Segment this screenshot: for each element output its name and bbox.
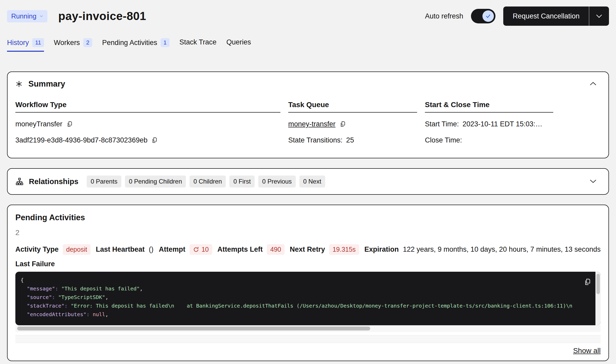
code-line: "encodedAttributes": null, <box>21 310 590 319</box>
request-cancellation-split-button: Request Cancellation <box>503 6 609 26</box>
relationships-expand-button[interactable] <box>586 177 601 186</box>
last-failure-code-block: { "message": "This deposit has failed", … <box>15 272 601 325</box>
check-icon <box>485 13 491 19</box>
chevron-down-icon <box>589 179 597 184</box>
summary-grid: Workflow Type moneyTransfer 3adf2199-e3d… <box>15 101 601 145</box>
topbar-left: Running pay-invoice-801 <box>7 10 146 23</box>
horizontal-scrollbar[interactable] <box>15 325 601 332</box>
pending-activities-title: Pending Activities <box>15 213 601 222</box>
copy-icon <box>151 137 158 144</box>
last-failure-label: Last Failure <box>15 260 601 268</box>
activity-field-expiration: Expiration122 years, 9 months, 10 days, … <box>364 245 600 254</box>
retry-icon <box>193 246 199 253</box>
field-value-badge: 10 <box>190 244 212 255</box>
state-transitions-value: 25 <box>346 136 354 144</box>
field-label: Expiration <box>364 245 399 254</box>
tab-label: Queries <box>227 38 251 46</box>
activity-field-attempt: Attempt10 <box>159 244 212 255</box>
auto-refresh-toggle[interactable] <box>471 9 495 23</box>
tab-history[interactable]: History11 <box>7 38 44 52</box>
field-label: Attempts Left <box>217 245 263 254</box>
relationships-card: Relationships 0 Parents0 Pending Childre… <box>7 168 609 195</box>
tab-label: Stack Trace <box>179 38 217 46</box>
start-close-time-column: Start & Close Time Start Time: 2023-10-1… <box>425 101 553 145</box>
tab-stack-trace[interactable]: Stack Trace <box>179 38 217 51</box>
activity-detail-row: Activity TypedepositLast Heartbeat()Atte… <box>15 244 601 255</box>
code-line: { <box>21 276 590 284</box>
task-queue-header: Task Queue <box>288 101 417 113</box>
field-value-badge: 19.315s <box>329 244 359 255</box>
tab-label: Pending Activities <box>102 39 157 47</box>
copy-icon <box>583 278 591 286</box>
relationship-badge-0-first: 0 First <box>229 176 255 187</box>
code-line: "stackTrace": "Error: This deposit has f… <box>21 302 590 310</box>
state-transitions-label: State Transitions: <box>288 136 343 144</box>
workflow-detail-page: Running pay-invoice-801 Auto refresh Req… <box>0 0 616 361</box>
topbar-right: Auto refresh Request Cancellation <box>425 6 609 26</box>
copy-button[interactable] <box>66 121 73 127</box>
code-line: "source": "TypeScriptSDK", <box>21 293 590 302</box>
workflow-type-value: moneyTransfer <box>15 120 62 128</box>
page-title: pay-invoice-801 <box>58 10 146 23</box>
relationships-badges: 0 Parents0 Pending Children0 Children0 F… <box>87 176 325 187</box>
tab-count-badge: 1 <box>161 38 169 47</box>
asterisk-icon <box>15 80 23 88</box>
relationship-badge-0-pending-children: 0 Pending Children <box>125 176 186 187</box>
relationship-badge-0-previous: 0 Previous <box>258 176 296 187</box>
field-label: Last Heartbeat <box>96 245 145 254</box>
chevron-up-icon <box>589 81 597 86</box>
summary-collapse-button[interactable] <box>586 80 601 88</box>
workflow-type-row: moneyTransfer <box>15 119 280 129</box>
code-line: "message": "This deposit has failed", <box>21 284 590 293</box>
pending-activities-card: Pending Activities 2 Activity Typedeposi… <box>7 205 609 361</box>
field-value-badge: 490 <box>267 244 285 255</box>
field-value: 122 years, 9 months, 10 days, 20 hours, … <box>403 245 600 254</box>
hierarchy-icon <box>15 177 24 186</box>
collapsed-table-row <box>15 335 601 343</box>
tab-count-badge: 11 <box>32 38 44 47</box>
tab-workers[interactable]: Workers2 <box>54 38 92 52</box>
pending-activities-count: 2 <box>15 229 601 237</box>
field-label: Attempt <box>159 245 185 254</box>
workflow-type-column: Workflow Type moneyTransfer 3adf2199-e3d… <box>15 101 280 145</box>
tab-pending-activities[interactable]: Pending Activities1 <box>102 38 169 52</box>
task-queue-row: money-transfer <box>288 119 417 129</box>
vertical-scrollbar[interactable] <box>595 272 601 325</box>
summary-header: Summary <box>15 79 601 89</box>
chevron-down-icon <box>40 15 43 17</box>
task-queue-link[interactable]: money-transfer <box>288 120 336 128</box>
show-all-row: Show all <box>15 347 601 355</box>
json-code: { "message": "This deposit has failed", … <box>15 272 601 323</box>
tab-label: Workers <box>54 39 80 47</box>
tab-count-badge: 2 <box>83 38 92 47</box>
copy-button[interactable] <box>339 121 346 127</box>
field-value-badge: deposit <box>63 244 91 255</box>
scrollbar-thumb[interactable] <box>596 274 600 294</box>
close-time-row: Close Time: <box>425 135 553 145</box>
start-close-time-header: Start & Close Time <box>425 101 553 113</box>
auto-refresh-label: Auto refresh <box>425 12 463 20</box>
field-label: Next Retry <box>290 245 325 254</box>
copy-button[interactable] <box>151 137 158 144</box>
field-label: Activity Type <box>15 245 59 254</box>
copy-code-button[interactable] <box>580 275 595 289</box>
workflow-type-header: Workflow Type <box>15 101 280 113</box>
request-cancellation-menu-button[interactable] <box>589 6 609 26</box>
state-transitions-row: State Transitions: 25 <box>288 135 417 145</box>
field-value: () <box>149 245 154 254</box>
activity-field-activity-type: Activity Typedeposit <box>15 244 91 255</box>
summary-title: Summary <box>28 79 65 89</box>
request-cancellation-button[interactable]: Request Cancellation <box>503 6 589 26</box>
status-badge[interactable]: Running <box>7 10 47 22</box>
run-id-value: 3adf2199-e3d8-4936-9bd7-8c87302369eb <box>15 136 147 144</box>
run-id-row: 3adf2199-e3d8-4936-9bd7-8c87302369eb <box>15 135 280 145</box>
toggle-knob <box>482 10 494 22</box>
show-all-link[interactable]: Show all <box>573 347 601 355</box>
tab-label: History <box>7 39 29 47</box>
scrollbar-thumb[interactable] <box>17 327 370 330</box>
start-time-row: Start Time: 2023-10-11 EDT 15:03:… <box>425 119 553 129</box>
tab-queries[interactable]: Queries <box>227 38 251 51</box>
start-time-value: 2023-10-11 EDT 15:03:… <box>463 120 543 128</box>
relationship-badge-0-children: 0 Children <box>190 176 226 187</box>
activity-field-next-retry: Next Retry19.315s <box>290 244 359 255</box>
